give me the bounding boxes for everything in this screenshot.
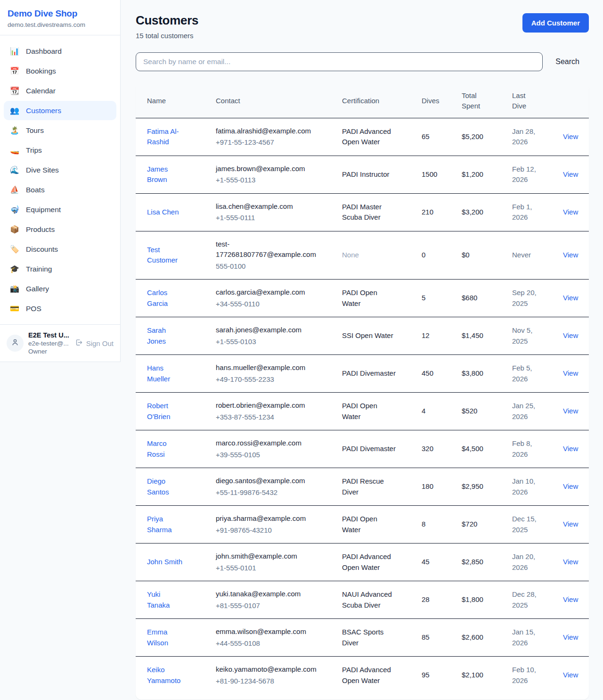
view-customer-link[interactable]: View	[563, 482, 578, 490]
sidebar-item-gallery[interactable]: 📸 Gallery	[4, 279, 116, 298]
customer-email: keiko.yamamoto@example.com	[216, 664, 323, 675]
table-row: Hans Mueller hans.mueller@example.com +4…	[136, 355, 589, 393]
search-button[interactable]: Search	[555, 58, 579, 66]
view-customer-link[interactable]: View	[563, 294, 578, 302]
customer-name-link[interactable]: Marco Rossi	[147, 439, 167, 458]
customer-last-dive: Feb 10, 2026	[501, 657, 552, 694]
customer-total-spent: $3,800	[450, 355, 501, 393]
col-header-total-spent: Total Spent	[450, 84, 501, 118]
customer-name-link[interactable]: James Brown	[147, 165, 168, 184]
sidebar-item-training[interactable]: 🎓 Training	[4, 259, 116, 279]
customer-total-spent: $2,100	[450, 657, 501, 694]
customer-email: john.smith@example.com	[216, 551, 323, 562]
view-customer-link[interactable]: View	[563, 445, 578, 453]
customer-email: marco.rossi@example.com	[216, 438, 323, 449]
customer-dives: 180	[410, 468, 450, 506]
customer-certification: PADI Open Water	[331, 506, 410, 544]
sidebar-item-bookings[interactable]: 📅 Bookings	[4, 61, 116, 81]
sidebar-item-dive-sites[interactable]: 🌊 Dive Sites	[4, 160, 116, 180]
customer-email: diego.santos@example.com	[216, 476, 323, 486]
customer-name-link[interactable]: Emma Wilson	[147, 628, 168, 647]
view-customer-link[interactable]: View	[563, 251, 578, 259]
sidebar-item-dashboard[interactable]: 📊 Dashboard	[4, 41, 116, 61]
col-header-actions	[552, 84, 589, 118]
view-customer-link[interactable]: View	[563, 369, 578, 377]
customer-name-link[interactable]: Robert O'Brien	[147, 402, 171, 420]
customer-dives: 85	[410, 619, 450, 657]
view-customer-link[interactable]: View	[563, 558, 578, 566]
sidebar-user-footer: E2E Test U... e2e-tester@... Owner Sign …	[0, 324, 120, 362]
customer-phone: +1-555-0111	[216, 213, 323, 223]
view-customer-link[interactable]: View	[563, 170, 578, 178]
table-header-row: Name Contact Certification Dives Total S…	[136, 84, 589, 118]
shop-name: Demo Dive Shop	[8, 8, 113, 19]
user-name: E2E Test U...	[28, 331, 70, 339]
customer-name-link[interactable]: Lisa Chen	[147, 208, 179, 216]
table-row: Robert O'Brien robert.obrien@example.com…	[136, 393, 589, 430]
bar-chart-icon: 📊	[9, 47, 20, 56]
user-meta: E2E Test U... e2e-tester@... Owner	[28, 331, 70, 355]
table-row: Marco Rossi marco.rossi@example.com +39-…	[136, 430, 589, 468]
view-customer-link[interactable]: View	[563, 633, 578, 641]
customer-dives: 450	[410, 355, 450, 393]
sidebar-item-trips[interactable]: 🚤 Trips	[4, 140, 116, 160]
view-customer-link[interactable]: View	[563, 407, 578, 415]
add-customer-button[interactable]: Add Customer	[522, 13, 589, 33]
sidebar-item-products[interactable]: 📦 Products	[4, 220, 116, 239]
customer-total-spent: $2,600	[450, 619, 501, 657]
customer-name-link[interactable]: Fatima Al-Rashid	[147, 127, 179, 146]
customer-name-link[interactable]: Carlos Garcia	[147, 288, 168, 307]
customer-phone: +49-170-555-2233	[216, 374, 323, 385]
customer-email: yuki.tanaka@example.com	[216, 589, 323, 600]
view-customer-link[interactable]: View	[563, 331, 578, 339]
customer-name-link[interactable]: Sarah Jones	[147, 326, 166, 345]
island-icon: 🏝️	[9, 126, 20, 135]
customer-last-dive: Feb 8, 2026	[501, 430, 552, 468]
customer-name-link[interactable]: Test Customer	[147, 246, 178, 264]
sign-out-button[interactable]: Sign Out	[75, 338, 114, 348]
view-customer-link[interactable]: View	[563, 132, 578, 140]
view-customer-link[interactable]: View	[563, 520, 578, 528]
customer-dives: 0	[410, 231, 450, 280]
customer-total-spent: $720	[450, 506, 501, 544]
sailboat-icon: ⛵	[9, 185, 20, 194]
customer-total-spent: $2,850	[450, 544, 501, 581]
search-input[interactable]	[136, 52, 543, 71]
customer-total-spent: $1,800	[450, 581, 501, 619]
customer-total-spent: $520	[450, 393, 501, 430]
person-icon	[11, 338, 19, 348]
sidebar-item-calendar[interactable]: 📆 Calendar	[4, 81, 116, 100]
sidebar-item-equipment[interactable]: 🤿 Equipment	[4, 200, 116, 219]
sidebar-item-tours[interactable]: 🏝️ Tours	[4, 121, 116, 140]
customer-phone: +1-555-0101	[216, 563, 323, 574]
customer-name-link[interactable]: Keiko Yamamoto	[147, 666, 180, 684]
credit-card-icon: 💳	[9, 304, 20, 313]
customer-certification: PADI Advanced Open Water	[331, 118, 410, 156]
sidebar-item-pos[interactable]: 💳 POS	[4, 299, 116, 318]
logout-icon	[75, 338, 83, 348]
customer-total-spent: $1,450	[450, 317, 501, 355]
view-customer-link[interactable]: View	[563, 671, 578, 679]
sidebar-item-boats[interactable]: ⛵ Boats	[4, 180, 116, 199]
customer-name-link[interactable]: John Smith	[147, 558, 182, 566]
customer-dives: 12	[410, 317, 450, 355]
search-bar: Search	[136, 52, 589, 71]
customer-certification: SSI Open Water	[331, 317, 410, 355]
customer-certification: PADI Open Water	[331, 280, 410, 317]
customer-name-link[interactable]: Priya Sharma	[147, 515, 172, 534]
table-row: Yuki Tanaka yuki.tanaka@example.com +81-…	[136, 581, 589, 619]
customer-name-link[interactable]: Hans Mueller	[147, 364, 170, 383]
sidebar-item-customers[interactable]: 👥 Customers	[4, 101, 116, 120]
user-role: Owner	[28, 348, 70, 355]
view-customer-link[interactable]: View	[563, 208, 578, 216]
customers-table-card: Name Contact Certification Dives Total S…	[136, 84, 589, 700]
customer-last-dive: Jan 28, 2026	[501, 118, 552, 156]
customer-dives: 45	[410, 544, 450, 581]
view-customer-link[interactable]: View	[563, 595, 578, 603]
customer-email: fatima.alrashid@example.com	[216, 126, 323, 137]
customer-name-link[interactable]: Diego Santos	[147, 477, 169, 496]
table-row: Test Customer test-1772681807767@example…	[136, 231, 589, 280]
customer-dives: 28	[410, 581, 450, 619]
sidebar-item-discounts[interactable]: 🏷️ Discounts	[4, 239, 116, 259]
customer-name-link[interactable]: Yuki Tanaka	[147, 590, 170, 609]
